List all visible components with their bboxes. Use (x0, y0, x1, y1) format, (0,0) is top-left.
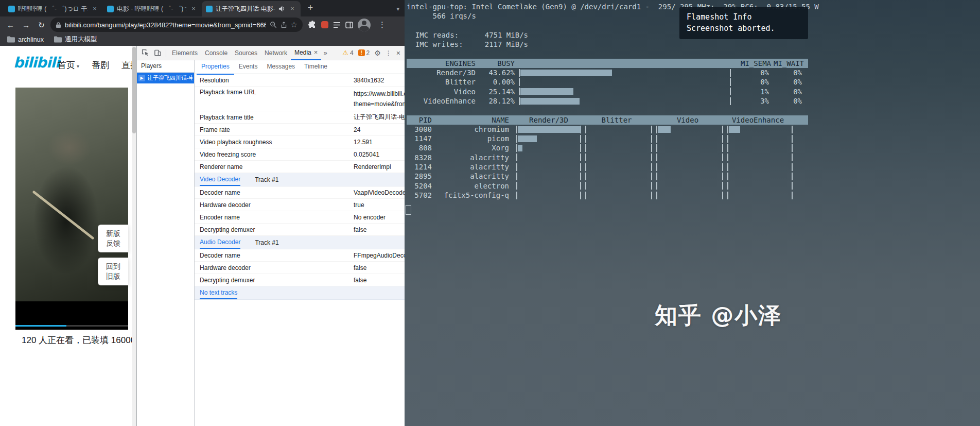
process-usage-bar (656, 163, 723, 171)
process-usage-bar (516, 182, 581, 190)
devtools-close-icon[interactable]: × (396, 49, 400, 57)
back-button[interactable]: ← (4, 19, 17, 31)
property-name: Decrypting demuxer (195, 277, 354, 284)
reading-list-icon[interactable] (333, 22, 341, 28)
issues-badge[interactable]: ! 2 (358, 49, 370, 57)
process-usage-bar (727, 144, 793, 152)
process-usage-bar (656, 154, 723, 161)
process-usage-bar (727, 126, 793, 133)
page-scrollbar[interactable] (132, 46, 136, 426)
player-list-item[interactable]: ▶ 让子弹飞四川话-电 (137, 73, 194, 83)
share-icon[interactable] (281, 22, 287, 28)
process-usage-bar (727, 163, 793, 171)
terminal-window[interactable]: intel-gpu-top: Intel Cometlake (Gen9) @ … (405, 0, 980, 426)
process-usage-bar (656, 135, 723, 143)
engine-busy-bar (519, 97, 731, 105)
bookmark-star-icon[interactable]: ☆ (291, 20, 297, 29)
property-value: false (354, 226, 405, 233)
close-media-tab-icon[interactable]: × (314, 46, 318, 59)
back-to-old-version-button[interactable]: 回到旧版 (98, 258, 128, 285)
issue-icon: ! (358, 49, 365, 56)
property-row: Decrypting demuxerfalse (195, 274, 405, 286)
decoder-track-tab[interactable]: Track #1 (255, 173, 278, 186)
property-row: Encoder nameNo encoder (195, 211, 405, 224)
tab-close-icon[interactable]: × (288, 5, 296, 13)
nav-home[interactable]: 首页▾ (58, 59, 79, 71)
browser-menu-icon[interactable]: ⋮ (375, 20, 389, 29)
process-usage-bar (585, 182, 652, 190)
address-bar[interactable]: bilibili.com/bangumi/play/ep328482?theme… (50, 18, 303, 32)
devtools-tab-console[interactable]: Console (201, 46, 231, 60)
bookmark-folder-archlinux[interactable]: archlinux (7, 36, 44, 43)
bookmark-folder-llm[interactable]: 通用大模型 (54, 35, 97, 44)
console-warnings-badge[interactable]: ⚠ 4 (342, 49, 353, 57)
nav-live[interactable]: 直播 (121, 59, 132, 71)
scrollbar-thumb[interactable] (132, 47, 136, 133)
process-usage-bar (585, 192, 652, 199)
video-player[interactable]: 新版反馈 回到旧版 (15, 88, 128, 330)
devtools-toolbar-right: ⚠ 4 ! 2 ⚙ ⋮ × (342, 49, 402, 57)
tab-close-icon[interactable]: × (91, 5, 99, 13)
new-version-feedback-button[interactable]: 新版反馈 (98, 225, 128, 252)
bilibili-favicon (8, 6, 15, 12)
players-header: Players (137, 60, 194, 73)
extension-icon[interactable] (321, 21, 328, 28)
decoder-track-tab[interactable]: Track #1 (255, 236, 278, 249)
inspect-element-icon[interactable] (139, 47, 151, 59)
devtools-panel: Elements Console Sources Network Media ×… (136, 46, 405, 426)
devtools-tab-sources[interactable]: Sources (231, 46, 261, 60)
zhihu-watermark: 知乎 @小泽 (655, 300, 782, 331)
devtools-tab-media[interactable]: Media × (291, 46, 321, 60)
video-frame-detail (32, 190, 94, 240)
tab-events[interactable]: Events (234, 60, 262, 74)
process-usage-bar (585, 126, 652, 133)
property-value: VaapiVideoDecoder (354, 189, 405, 196)
property-name: Playback frame URL (195, 87, 354, 96)
browser-tab-1[interactable]: 哔哩哔哩 ( ゜- ゜)つロ 干杯 × (4, 1, 103, 16)
decoder-section-tab[interactable]: Audio Decoder (200, 236, 240, 249)
property-row: Frame rate24 (195, 124, 405, 136)
nav-bangumi[interactable]: 番剧 (92, 59, 109, 71)
decoder-section-tab[interactable]: Video Decoder (200, 173, 240, 186)
property-value: false (354, 264, 405, 271)
more-tabs-icon[interactable]: » (321, 49, 329, 57)
tab-audio-icon[interactable] (278, 6, 285, 12)
device-toolbar-icon[interactable] (151, 47, 164, 59)
property-name: Renderer name (195, 163, 354, 171)
bilibili-logo[interactable]: bilibili (13, 54, 60, 71)
tab-search-caret-icon[interactable]: ▾ (396, 6, 399, 12)
divider (166, 49, 166, 57)
side-panel-icon[interactable] (345, 22, 353, 28)
tab-close-icon[interactable]: × (189, 5, 198, 13)
url-text[interactable]: bilibili.com/bangumi/play/ep328482?theme… (65, 21, 266, 29)
folder-icon (7, 36, 15, 43)
decoder-section-tab[interactable]: No text tracks (200, 286, 237, 299)
zoom-icon[interactable] (270, 21, 277, 28)
property-row: Playback frame URLhttps://www.bilibili.c… (195, 87, 405, 111)
player-progress-bar[interactable] (15, 325, 128, 327)
process-row: 5204electron (407, 181, 980, 191)
property-value: 3840x1632 (354, 77, 405, 84)
devtools-tab-elements[interactable]: Elements (168, 46, 201, 60)
tab-messages[interactable]: Messages (262, 60, 300, 74)
devtools-settings-gear-icon[interactable]: ⚙ (374, 49, 381, 57)
browser-tab-3-active[interactable]: 让子弹飞四川话-电影- × (202, 1, 301, 16)
process-row: 1214alacritty (407, 162, 980, 172)
player-letterbox (15, 301, 128, 330)
property-value: RendererImpl (354, 163, 405, 171)
devtools-menu-icon[interactable]: ⋮ (386, 49, 392, 57)
browser-tab-2[interactable]: 电影 - 哔哩哔哩 ( ゜- ゜)つ × (103, 1, 202, 16)
tab-timeline[interactable]: Timeline (300, 60, 332, 74)
new-tab-button[interactable]: + (304, 2, 317, 15)
profile-avatar[interactable] (358, 19, 371, 31)
devtools-tab-network[interactable]: Network (261, 46, 291, 60)
tab-properties[interactable]: Properties (197, 60, 234, 75)
browser-toolbar: ← → ↻ bilibili.com/bangumi/play/ep328482… (0, 16, 405, 33)
lock-icon[interactable] (56, 22, 61, 28)
extensions-area: ⋮ (308, 19, 389, 31)
flameshot-notification[interactable]: Flameshot Info Screenshot aborted. (679, 7, 808, 39)
extensions-puzzle-icon[interactable] (308, 21, 317, 29)
reload-button[interactable]: ↻ (35, 19, 48, 31)
forward-button[interactable]: → (20, 19, 32, 31)
tab-title: 哔哩哔哩 ( ゜- ゜)つロ 干杯 (18, 5, 87, 13)
